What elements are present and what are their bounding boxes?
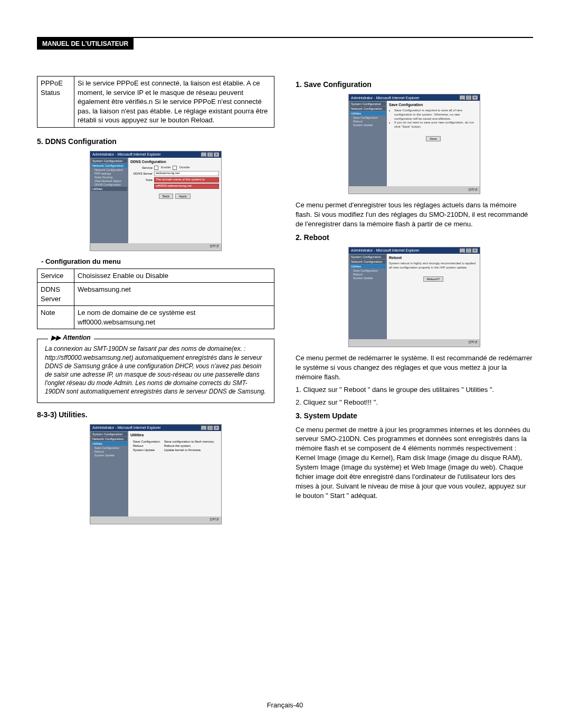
sidebar-utilities: Utilities <box>350 111 386 116</box>
sidebar-network: Network Configuration <box>91 437 127 441</box>
enable-check <box>154 166 158 170</box>
ss-titlebar: Administrator - Microsoft Internet Explo… <box>349 94 480 101</box>
reboot-step1: 1. Cliquez sur " Reboot " dans le groupe… <box>296 385 533 395</box>
max-icon: □ <box>207 426 213 430</box>
ss-title: Administrator - Microsoft Internet Explo… <box>92 426 161 429</box>
ss-statusbar: 인터넷 <box>349 186 480 193</box>
sidebar-sub: Save Configuration <box>91 446 127 449</box>
label-service: Service <box>130 166 153 169</box>
sidebar-system: System Configuration <box>350 255 386 259</box>
ss-heading: DDNS Configuration <box>130 160 219 164</box>
cfg-server-k: DDNS Server <box>37 283 74 306</box>
save-button: Save <box>426 136 441 141</box>
sidebar-sub: System Update <box>350 123 386 127</box>
sidebar-sub: DDNS Configuration <box>91 183 127 186</box>
window-controls: _□× <box>460 248 478 253</box>
cfg-server-v: Websamsung.net <box>74 283 274 306</box>
window-controls: _□× <box>201 152 219 157</box>
ss-titlebar: Administrator - Microsoft Internet Explo… <box>90 151 221 158</box>
ss-sidebar: System Configuration Network Configurati… <box>349 101 387 186</box>
max-icon: □ <box>466 95 471 100</box>
config-table: ServiceChoisissez Enable ou Disable DDNS… <box>37 269 274 330</box>
sidebar-utilities: Utilities <box>91 187 127 191</box>
status-text: 인터넷 <box>210 517 219 522</box>
attention-text: La connexion au SMT-190DN se faisant par… <box>45 344 267 396</box>
sidebar-network: Network Configuration <box>350 107 386 111</box>
ss-sidebar: System Configuration Network Configurati… <box>90 158 128 243</box>
enable-label: Enable <box>161 166 171 170</box>
ss-heading: Utilities <box>130 433 219 437</box>
heading-config-menu: - Configuration du menu <box>41 257 274 265</box>
attention-title: ▶▶ Attention <box>48 334 94 341</box>
min-icon: _ <box>460 95 465 100</box>
close-icon: × <box>472 95 478 100</box>
util-save-v: Save configuration to flash memory. <box>163 440 216 443</box>
header-label: MANUEL DE L'UTILISATEUR <box>37 38 134 50</box>
ss-titlebar: Administrator - Microsoft Internet Explo… <box>349 247 480 254</box>
heading-save-config: 1. Save Configuration <box>296 80 533 89</box>
screenshot-ddns: Administrator - Microsoft Internet Explo… <box>90 151 222 251</box>
sidebar-sub: View Network Status <box>91 179 127 183</box>
ss-statusbar: 인터넷 <box>349 339 480 346</box>
sidebar-utilities: Utilities <box>91 442 127 446</box>
sidebar-sub: System Update <box>91 454 127 457</box>
forward-icon: ▶▶ <box>51 334 61 341</box>
sidebar-system: System Configuration <box>91 159 127 163</box>
window-controls: _□× <box>201 426 219 430</box>
save-note2: If you do not want to save your new conf… <box>394 121 478 129</box>
ss-titlebar: Administrator - Microsoft Internet Explo… <box>90 425 221 431</box>
two-column-layout: PPPoE Status Si le service PPPoE est con… <box>37 76 533 531</box>
close-icon: × <box>214 426 219 430</box>
server-input: websamsung.net <box>154 171 219 176</box>
min-icon: _ <box>201 426 206 430</box>
pppoe-desc: Si le service PPPoE est connecté, la lia… <box>74 76 274 128</box>
close-icon: × <box>214 152 219 157</box>
ss-heading: Reboot <box>389 256 478 260</box>
apply-button: Apply <box>175 194 191 199</box>
sidebar-sub: Reboot <box>350 273 386 276</box>
cfg-service-k: Service <box>37 269 74 283</box>
sidebar-utilities: Utilities <box>350 264 386 269</box>
sidebar-network: Network Configuration <box>91 164 127 168</box>
ss-heading: Save Configuration <box>389 103 478 107</box>
util-save-k: Save Configuration <box>131 440 162 443</box>
util-update-k: System Update <box>131 448 162 452</box>
heading-ddns: 5. DDNS Configuration <box>37 137 274 146</box>
attention-box: ▶▶ Attention La connexion au SMT-190DN s… <box>37 339 274 403</box>
sidebar-network: Network Configuration <box>350 260 386 264</box>
ss-main: DDNS Configuration Service Enable Disabl… <box>128 158 221 243</box>
max-icon: □ <box>207 152 213 157</box>
min-icon: _ <box>460 248 465 253</box>
sidebar-system: System Configuration <box>91 432 127 436</box>
sidebar-sub: Save Configuration <box>350 269 386 272</box>
label-server: DDNS Server <box>130 172 153 175</box>
cfg-note-k: Note <box>37 306 74 329</box>
sidebar-system: System Configuration <box>350 102 386 106</box>
ss-sidebar: System Configuration Network Configurati… <box>349 254 387 339</box>
screenshot-save: Administrator - Microsoft Internet Explo… <box>348 94 480 194</box>
heading-utilities: 8-3-3) Utilities. <box>37 410 274 419</box>
note-line1: The domain name of this system is <box>154 177 219 183</box>
header-bar: MANUEL DE L'UTILISATEUR <box>37 37 533 50</box>
save-note1: Save Configuration is required to save a… <box>394 109 478 121</box>
util-reboot-k: Reboot <box>131 444 162 447</box>
label-note: Note <box>130 178 153 181</box>
system-update-para: Ce menu permet de mettre à jour les prog… <box>296 425 533 501</box>
ss-sidebar: System Configuration Network Configurati… <box>90 431 128 516</box>
right-column: 1. Save Configuration Administrator - Mi… <box>296 76 533 531</box>
screenshot-utilities: Administrator - Microsoft Internet Explo… <box>90 424 222 524</box>
ss-title: Administrator - Microsoft Internet Explo… <box>351 248 420 252</box>
sidebar-sub: Save Configuration <box>350 116 386 119</box>
ss-main: Reboot System reboot is highly and stron… <box>387 254 480 339</box>
sidebar-sub: System Update <box>350 276 386 280</box>
ss-main: Save Configuration Save Configuration is… <box>387 101 480 186</box>
page-number: Français-40 <box>0 701 570 709</box>
cfg-service-v: Choisissez Enable ou Disable <box>74 269 274 283</box>
sidebar-sub: PPP settings <box>91 172 127 175</box>
attention-label: Attention <box>63 334 91 341</box>
pppoe-label: PPPoE Status <box>37 76 74 128</box>
ss-statusbar: 인터넷 <box>90 516 221 523</box>
reboot-para: Ce menu permet de redémarrer le système.… <box>296 353 533 382</box>
back-button: Back <box>159 194 173 199</box>
util-reboot-v: Reboot the system. <box>163 444 216 447</box>
